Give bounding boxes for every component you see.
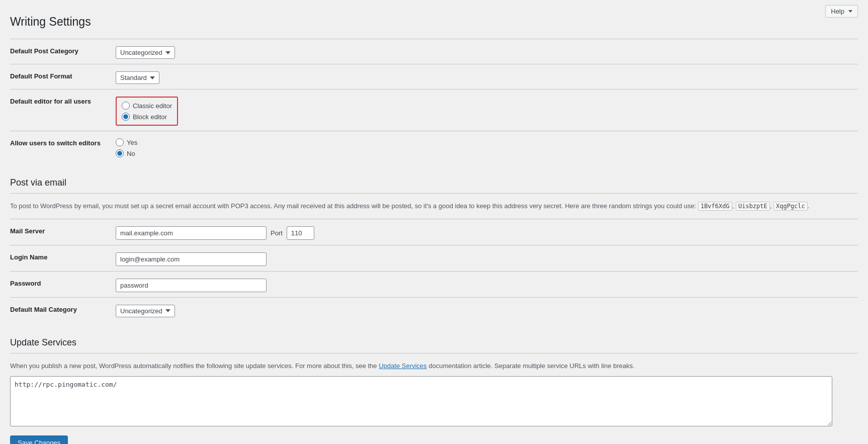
allow-switch-label: Allow users to switch editors: [10, 136, 116, 147]
switch-no-radio[interactable]: [116, 149, 124, 157]
switch-no-option[interactable]: No: [116, 149, 858, 157]
update-services-description: When you publish a new post, WordPress a…: [10, 361, 858, 372]
block-editor-option[interactable]: Block editor: [122, 113, 172, 121]
save-changes-button[interactable]: Save Changes: [10, 435, 68, 444]
mail-server-row: Port: [116, 226, 858, 240]
login-name-label: Login Name: [10, 250, 116, 261]
update-services-desc-part2: documentation article. Separate multiple…: [428, 362, 635, 370]
password-control: [116, 277, 858, 292]
port-label: Port: [271, 229, 283, 237]
form-footer: Save Changes: [10, 435, 858, 444]
update-services-heading: Update Services: [10, 332, 858, 348]
post-format-label: Default Post Format: [10, 69, 116, 80]
post-format-select[interactable]: Standard Aside Image Video Quote Link: [116, 71, 159, 84]
switch-yes-option[interactable]: Yes: [116, 138, 858, 146]
update-services-textarea[interactable]: http://rpc.pingomatic.com/: [10, 376, 832, 426]
post-via-email-description: To post to WordPress by email, you must …: [10, 201, 858, 211]
update-services-link[interactable]: Update Services: [379, 362, 426, 370]
classic-editor-option[interactable]: Classic editor: [122, 102, 172, 110]
setting-row-post-format: Default Post Format Standard Aside Image…: [10, 64, 858, 89]
setting-row-password: Password: [10, 271, 858, 297]
mail-category-label: Default Mail Category: [10, 303, 116, 313]
post-via-email-divider: [10, 193, 858, 194]
switch-no-label: No: [127, 150, 135, 157]
editor-radio-group: Classic editor Block editor: [122, 102, 172, 121]
setting-row-post-category: Default Post Category Uncategorized: [10, 39, 858, 64]
classic-editor-radio-label: Classic editor: [133, 102, 172, 110]
login-name-control: [116, 250, 858, 266]
login-name-input[interactable]: [116, 252, 267, 266]
mail-server-control: Port: [116, 224, 858, 240]
password-input[interactable]: [116, 279, 267, 292]
post-via-email-desc-part1: To post to WordPress by email, you must …: [10, 202, 696, 210]
port-input[interactable]: [287, 226, 314, 240]
default-editor-label: Default editor for all users: [10, 95, 116, 105]
mail-category-select[interactable]: Uncategorized: [116, 305, 175, 317]
page-title: Writing Settings: [10, 15, 858, 29]
mail-server-label: Mail Server: [10, 224, 116, 235]
switch-radio-group: Yes No: [116, 138, 858, 157]
block-editor-radio[interactable]: [122, 113, 130, 121]
post-category-label: Default Post Category: [10, 44, 116, 55]
classic-editor-radio[interactable]: [122, 102, 130, 110]
update-services-divider: [10, 353, 858, 353]
mail-category-control: Uncategorized: [116, 303, 858, 317]
block-editor-radio-label: Block editor: [133, 113, 167, 121]
post-category-select[interactable]: Uncategorized: [116, 46, 175, 59]
mail-server-input[interactable]: [116, 226, 267, 240]
editor-highlight-box: Classic editor Block editor: [116, 97, 178, 126]
default-editor-control: Classic editor Block editor: [116, 95, 858, 126]
setting-row-login-name: Login Name: [10, 245, 858, 271]
switch-yes-radio[interactable]: [116, 138, 124, 146]
post-via-email-heading: Post via email: [10, 172, 858, 188]
help-button[interactable]: Help: [825, 5, 858, 18]
random-string-3: XqgPgclc: [773, 202, 808, 211]
random-string-2: UisbzptE: [736, 202, 770, 211]
post-category-control: Uncategorized: [116, 44, 858, 59]
setting-row-allow-switch: Allow users to switch editors Yes No: [10, 131, 858, 162]
setting-row-default-editor: Default editor for all users Classic edi…: [10, 89, 858, 131]
help-chevron-icon: [848, 10, 852, 13]
password-label: Password: [10, 277, 116, 287]
setting-row-mail-server: Mail Server Port: [10, 219, 858, 245]
setting-row-mail-category: Default Mail Category Uncategorized: [10, 297, 858, 322]
allow-switch-control: Yes No: [116, 136, 858, 157]
post-format-control: Standard Aside Image Video Quote Link: [116, 69, 858, 84]
help-label: Help: [831, 8, 844, 15]
update-services-desc-part1: When you publish a new post, WordPress a…: [10, 362, 377, 370]
random-string-1: 1Bvf6XdG: [698, 202, 732, 211]
switch-yes-label: Yes: [127, 139, 137, 146]
